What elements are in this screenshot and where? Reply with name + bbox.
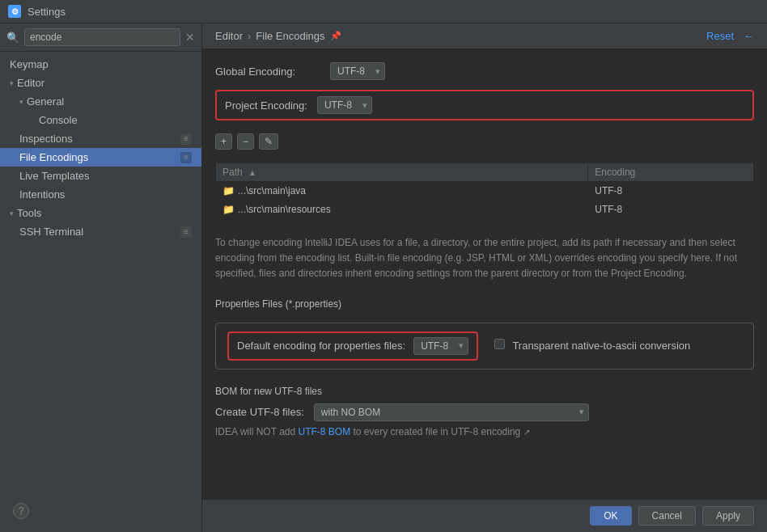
project-encoding-dropdown[interactable]: UTF-8	[317, 96, 372, 114]
search-bar: 🔍 ✕	[0, 23, 201, 52]
properties-section-title: Properties Files (*.properties)	[215, 298, 754, 310]
inspections-badge: ≡	[180, 133, 192, 145]
global-encoding-dropdown[interactable]: UTF-8	[330, 62, 385, 80]
sidebar-item-general[interactable]: ▾ General	[0, 92, 201, 111]
folder-icon: 📁	[222, 204, 235, 215]
expand-icon: ▾	[19, 98, 23, 106]
reset-button[interactable]: Reset	[706, 30, 734, 42]
transparent-checkbox[interactable]	[494, 339, 505, 349]
column-encoding[interactable]: Encoding	[588, 163, 754, 182]
sidebar-item-inspections[interactable]: Inspections ≡	[0, 129, 201, 148]
transparent-row: Transparent native-to-ascii conversion	[494, 340, 691, 352]
window-title: Settings	[28, 6, 66, 18]
table-toolbar: + − ✎	[215, 130, 754, 153]
sort-arrow-icon: ▲	[248, 168, 256, 177]
sidebar-item-editor[interactable]: ▾ Editor	[0, 74, 201, 92]
transparent-label: Transparent native-to-ascii conversion	[512, 340, 690, 352]
default-encoding-dropdown-wrapper: UTF-8	[413, 337, 468, 355]
project-encoding-outlined-box: Project Encoding: UTF-8	[215, 90, 754, 120]
external-link-icon: ↗	[523, 428, 530, 437]
sidebar-item-keymap[interactable]: Keymap	[0, 55, 201, 74]
default-encoding-outlined-box: Default encoding for properties files: U…	[227, 331, 478, 361]
main-panel: Editor › File Encodings 📌 Reset ← Global…	[202, 23, 767, 532]
project-encoding-label: Project Encoding:	[225, 99, 307, 112]
sidebar-item-label: Live Templates	[19, 170, 89, 182]
breadcrumb-separator: ›	[248, 30, 251, 42]
bom-link[interactable]: UTF-8 BOM	[298, 426, 350, 437]
sidebar-item-label: SSH Terminal	[19, 226, 83, 238]
global-encoding-row: Global Encoding: UTF-8	[215, 62, 754, 80]
panel-header: Editor › File Encodings 📌 Reset ←	[202, 23, 767, 49]
sidebar-item-file-encodings[interactable]: File Encodings ≡	[0, 148, 201, 167]
column-path[interactable]: Path ▲	[216, 163, 588, 182]
search-icon: 🔍	[6, 32, 19, 44]
breadcrumb: Editor › File Encodings 📌	[215, 30, 341, 42]
encoding-cell: UTF-8	[588, 182, 754, 201]
bom-section: BOM for new UTF-8 files Create UTF-8 fil…	[215, 386, 754, 437]
add-button[interactable]: +	[215, 133, 232, 150]
sidebar-item-label: Tools	[17, 207, 41, 219]
global-encoding-dropdown-wrapper: UTF-8	[330, 62, 385, 80]
cancel-button[interactable]: Cancel	[638, 506, 696, 526]
ssh-badge: ≡	[180, 226, 192, 238]
search-input[interactable]	[24, 28, 180, 46]
sidebar-tree: Keymap ▾ Editor ▾ General Console Inspec…	[0, 52, 201, 532]
folder-icon: 📁	[222, 185, 235, 196]
sidebar-item-label: Console	[39, 114, 78, 126]
default-encoding-dropdown[interactable]: UTF-8	[413, 337, 468, 355]
default-encoding-label: Default encoding for properties files:	[237, 340, 405, 352]
file-encodings-table: Path ▲ Encoding 📁 ...\src\main\j	[215, 163, 754, 219]
panel-content: Global Encoding: UTF-8 Project Encoding:…	[202, 49, 767, 499]
ok-button[interactable]: OK	[590, 506, 631, 526]
create-utf8-label: Create UTF-8 files:	[215, 406, 304, 418]
app-icon: ⚙	[8, 5, 21, 18]
remove-button[interactable]: −	[237, 133, 254, 150]
edit-button[interactable]: ✎	[259, 133, 278, 150]
properties-section: Default encoding for properties files: U…	[215, 323, 754, 369]
path-cell: 📁 ...\src\main\java	[216, 182, 588, 201]
expand-icon: ▾	[10, 79, 14, 87]
breadcrumb-editor: Editor	[215, 30, 243, 42]
sidebar-item-label: File Encodings	[19, 151, 88, 163]
sidebar-item-live-templates[interactable]: Live Templates	[0, 167, 201, 185]
path-cell: 📁 ...\src\main\resources	[216, 201, 588, 219]
project-encoding-dropdown-wrapper: UTF-8	[317, 96, 372, 114]
sidebar-item-tools[interactable]: ▾ Tools	[0, 204, 201, 222]
encoding-cell: UTF-8	[588, 201, 754, 219]
sidebar-item-label: Intentions	[19, 188, 65, 201]
expand-icon: ▾	[10, 209, 14, 217]
sidebar-item-label: General	[27, 95, 64, 108]
back-button[interactable]: ←	[744, 30, 754, 42]
panel-actions: Reset ←	[706, 30, 754, 42]
sidebar-item-label: Editor	[17, 77, 44, 89]
breadcrumb-file-encodings: File Encodings	[256, 30, 324, 42]
description-text: To change encoding IntelliJ IDEA uses fo…	[215, 235, 754, 282]
table-row[interactable]: 📁 ...\src\main\java UTF-8	[216, 182, 754, 201]
bom-dropdown-wrapper: with NO BOM with BOM with BOM if needed	[314, 403, 589, 421]
sidebar-item-console[interactable]: Console	[0, 111, 201, 129]
bom-row: Create UTF-8 files: with NO BOM with BOM…	[215, 403, 754, 421]
bom-dropdown[interactable]: with NO BOM with BOM with BOM if needed	[314, 403, 589, 421]
file-encodings-badge: ≡	[180, 152, 192, 163]
help-button[interactable]: ?	[13, 503, 29, 519]
table-row[interactable]: 📁 ...\src\main\resources UTF-8	[216, 201, 754, 219]
sidebar-item-label: Keymap	[10, 58, 49, 70]
apply-button[interactable]: Apply	[702, 506, 754, 526]
title-bar: ⚙ Settings	[0, 0, 767, 23]
global-encoding-label: Global Encoding:	[215, 65, 320, 78]
bottom-bar: OK Cancel Apply	[202, 499, 767, 532]
bom-title: BOM for new UTF-8 files	[215, 386, 754, 397]
search-clear-button[interactable]: ✕	[185, 32, 195, 43]
sidebar-item-intentions[interactable]: Intentions	[0, 185, 201, 204]
sidebar-item-ssh-terminal[interactable]: SSH Terminal ≡	[0, 222, 201, 241]
panel-pin-icon: 📌	[330, 31, 341, 41]
sidebar-item-label: Inspections	[19, 133, 73, 145]
sidebar: 🔍 ✕ Keymap ▾ Editor ▾ General Console	[0, 23, 202, 532]
bom-info-text: IDEA will NOT add UTF-8 BOM to every cre…	[215, 426, 754, 437]
